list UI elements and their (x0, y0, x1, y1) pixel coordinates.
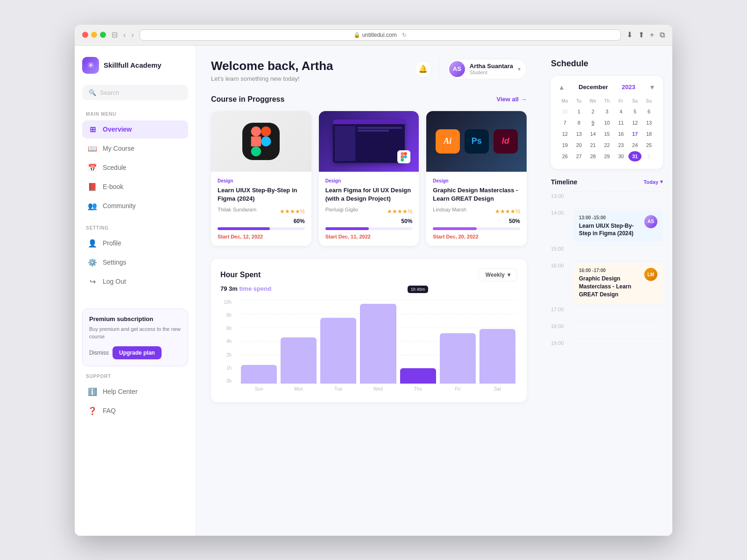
cal-day[interactable]: 26 (558, 151, 571, 161)
cal-day[interactable]: 22 (600, 140, 613, 150)
download-icon[interactable]: ⬇ (627, 30, 633, 39)
progress-percent: 60% (294, 218, 305, 224)
cal-day[interactable]: 10 (600, 118, 613, 128)
cal-day[interactable]: 2 (586, 106, 599, 117)
progress-bar (325, 227, 413, 230)
cal-day[interactable]: 23 (614, 140, 627, 150)
cal-day[interactable]: 21 (586, 140, 599, 150)
address-bar[interactable]: 🔒 untitledui.com ↻ (140, 29, 621, 41)
cal-day[interactable]: 25 (642, 140, 655, 150)
calendar-icon: 📅 (88, 163, 97, 172)
sidebar-item-faq[interactable]: ❓ FAQ (82, 402, 188, 420)
course-tag: Design (325, 178, 413, 183)
course-name: Graphic Design Masterclass - Learn GREAT… (433, 186, 520, 203)
cal-day[interactable]: 7 (558, 118, 571, 128)
tabs-icon[interactable]: ⧉ (660, 31, 665, 39)
cal-day[interactable]: 27 (572, 151, 585, 161)
course-card[interactable]: Ai Ps Id Design Graphic Design Mastercla… (426, 111, 527, 246)
cal-day[interactable]: 4 (614, 106, 627, 117)
logout-icon: ↪ (88, 277, 97, 286)
sidebar-item-label: Log Out (103, 278, 126, 285)
sidebar-item-schedule[interactable]: 📅 Scedule (82, 159, 188, 177)
svg-rect-9 (401, 158, 404, 161)
progress-fill (218, 227, 270, 230)
sidebar-item-my-course[interactable]: 📖 My Course (82, 140, 188, 158)
cal-day[interactable]: 20 (572, 140, 585, 150)
cal-day[interactable]: 15 (600, 129, 613, 139)
user-profile-dropdown[interactable]: AS Artha Suantara Student ▾ (447, 59, 527, 79)
sidebar-item-logout[interactable]: ↪ Log Out (82, 273, 188, 291)
settings-section: SETTING 👤 Profile ⚙️ Settings ↪ Log Out (82, 225, 188, 292)
time-label: 15:00 (551, 244, 568, 252)
back-icon[interactable]: ‹ (123, 31, 126, 39)
cal-day[interactable]: 29 (600, 151, 613, 161)
time-content (573, 244, 663, 261)
sidebar-item-ebook[interactable]: 📕 E-book (82, 178, 188, 196)
share-icon[interactable]: ⬆ (638, 30, 644, 39)
x-label-sat: Sat (479, 386, 515, 393)
search-box[interactable]: 🔍 Search (82, 85, 188, 100)
cal-day[interactable]: 5 (628, 106, 641, 117)
add-tab-icon[interactable]: + (650, 31, 654, 39)
logo-text: Skillfull Academy (104, 61, 162, 69)
sidebar-toggle-icon[interactable]: ⊟ (112, 30, 118, 39)
calendar-prev-icon[interactable]: ▲ (558, 84, 565, 91)
cal-day[interactable]: 24 (628, 140, 641, 150)
sidebar-item-overview[interactable]: ⊞ Overview (82, 120, 188, 139)
cal-day[interactable]: 1 (642, 151, 655, 161)
bar-col-wed (360, 300, 396, 384)
time-row-1400: 14:00 13:00 -15:00 Learn UIUX Step-By-St… (551, 208, 663, 245)
progress-percent: 50% (401, 218, 412, 224)
minimize-button[interactable] (91, 32, 97, 38)
overview-icon: ⊞ (88, 125, 97, 134)
dismiss-button[interactable]: Dismiss (89, 350, 109, 356)
cal-day[interactable]: 17 (628, 129, 641, 139)
maximize-button[interactable] (100, 32, 106, 38)
cal-day[interactable]: 3 (600, 106, 613, 117)
notification-button[interactable]: 🔔 (415, 61, 431, 77)
x-label-wed: Wed (360, 386, 396, 393)
cal-day[interactable]: 13 (642, 118, 655, 128)
cal-day[interactable]: 9 (586, 118, 599, 128)
sidebar-item-settings[interactable]: ⚙️ Settings (82, 253, 188, 272)
cal-day[interactable]: 6 (642, 106, 655, 117)
weekly-filter-button[interactable]: Weekly ▾ (479, 268, 517, 281)
cal-day[interactable]: 16 (614, 129, 627, 139)
event-name: Learn UIUX Step-By-Step in Figma (2024) (579, 222, 641, 238)
calendar-next-icon[interactable]: ▼ (649, 84, 655, 91)
chevron-down-icon: ▾ (507, 272, 510, 278)
cal-day[interactable]: 30 (614, 151, 627, 161)
cal-day[interactable]: 8 (572, 118, 585, 128)
cal-day[interactable]: 19 (558, 140, 571, 150)
view-all-button[interactable]: View all → (497, 96, 527, 103)
cal-day[interactable]: 1 (572, 106, 585, 117)
cal-day[interactable]: 18 (642, 129, 655, 139)
course-card[interactable]: Design Learn Figma for UI UX Design (wit… (319, 111, 419, 246)
timeline-event[interactable]: 13:00 -15:00 Learn UIUX Step-By-Step in … (573, 210, 663, 243)
progress-fill (433, 227, 476, 230)
sidebar-item-community[interactable]: 👥 Community (82, 197, 188, 215)
calendar-month: December (578, 84, 608, 91)
today-button[interactable]: Today ▾ (643, 179, 663, 185)
sidebar: ✳ Skillfull Academy 🔍 Search MAIN MENU ⊞… (75, 46, 196, 536)
forward-icon[interactable]: › (131, 31, 134, 39)
cal-day[interactable]: 11 (614, 118, 627, 128)
cal-day[interactable]: 12 (558, 129, 571, 139)
course-author: Pierluigi Giglio (325, 207, 358, 212)
upgrade-button[interactable]: Upgrade plan (113, 346, 162, 359)
timeline-event[interactable]: 16:00 -17:00 Graphic Design Masterclass … (573, 263, 663, 303)
gear-icon: ⚙️ (88, 258, 97, 267)
premium-desc: Buy premium and get access to the new co… (89, 325, 181, 341)
cal-day[interactable]: 13 (572, 129, 585, 139)
cal-day-today[interactable]: 31 (628, 151, 641, 161)
course-card[interactable]: Design Learn UIUX Step-By-Step in Figma … (211, 111, 311, 246)
bar-col-tue (320, 300, 356, 384)
close-button[interactable] (82, 32, 88, 38)
cal-day[interactable]: 28 (586, 151, 599, 161)
cal-day[interactable]: 30 (558, 106, 571, 117)
cal-day[interactable]: 12 (628, 118, 641, 128)
sidebar-item-help[interactable]: ℹ️ Help Center (82, 383, 188, 401)
tooltip: 1h 45m (408, 286, 428, 293)
sidebar-item-profile[interactable]: 👤 Profile (82, 234, 188, 252)
cal-day[interactable]: 14 (586, 129, 599, 139)
